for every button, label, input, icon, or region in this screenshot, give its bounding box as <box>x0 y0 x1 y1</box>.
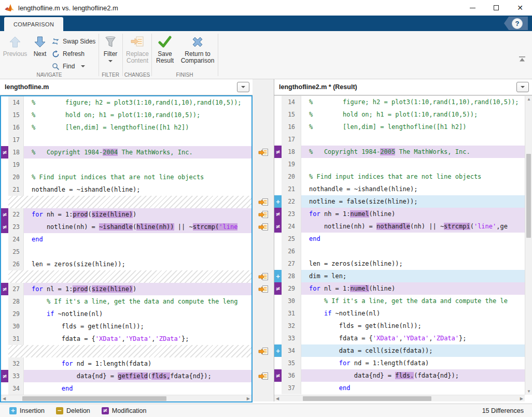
tab-comparison[interactable]: COMPARISON <box>4 17 63 31</box>
previous-button[interactable]: Previous <box>2 32 28 57</box>
code-line: ≠18% Copyright 1984-2005 The MathWorks, … <box>274 146 525 158</box>
line-number: 29 <box>8 308 24 320</box>
code-line: 16% [len,dim] = lengthofline([h1 h2]) <box>274 121 525 133</box>
scroll-up-icon[interactable]: ▲ <box>525 97 532 102</box>
refresh-button[interactable]: Refresh <box>51 48 99 60</box>
arrow-down-icon <box>33 35 47 49</box>
filter-dropdown-caret[interactable] <box>108 60 113 62</box>
scrollbar-thumb[interactable] <box>303 396 431 401</box>
marker-spacer <box>274 295 282 307</box>
maximize-button[interactable] <box>484 0 508 16</box>
line-number: 14 <box>8 96 24 109</box>
right-vertical-scrollbar[interactable]: ▲ ▼ <box>525 96 532 395</box>
merge-change-button[interactable] <box>258 198 269 207</box>
left-code-pane[interactable]: 14% figure; h2 = plot3(1:10,rand(1,10),r… <box>0 95 253 402</box>
marker-spacer <box>274 382 282 394</box>
scroll-left-icon[interactable]: ◀ <box>3 396 6 401</box>
filter-funnel-icon <box>103 35 118 49</box>
merge-change-button[interactable] <box>258 285 269 294</box>
code-line: 20% Find input indices that are not line… <box>1 171 251 183</box>
code-text: if ~notline(nl) <box>24 308 251 320</box>
code-text: for nl = 1:numel(hline) <box>301 282 525 295</box>
line-number: 31 <box>8 333 24 345</box>
scroll-right-icon[interactable]: ▶ <box>520 396 523 401</box>
modification-marker: ≠ <box>274 369 282 382</box>
deletion-legend-icon: − <box>56 407 63 414</box>
marker-spacer <box>1 134 8 146</box>
scrollbar-thumb[interactable] <box>22 396 166 401</box>
modification-marker: ≠ <box>1 370 8 382</box>
merge-change-button[interactable] <box>258 210 269 219</box>
differences-count: 15 Differences <box>482 407 524 414</box>
code-text: % Copyright 1984-2004 The MathWorks, Inc… <box>24 146 251 159</box>
code-line: 31 if ~notline(nl) <box>274 307 525 320</box>
return-to-comparison-button[interactable]: Return to Comparison <box>179 32 216 64</box>
line-number: 33 <box>8 370 24 382</box>
left-code-rows: 14% figure; h2 = plot3(1:10,rand(1,10),r… <box>1 96 251 395</box>
merge-change-button[interactable] <box>258 223 269 232</box>
code-text: notline(nh) = ~ishandle(hline(nh)) || ~s… <box>24 221 251 233</box>
code-text: nothandle = ~ishandle(hline); <box>301 183 525 195</box>
code-text <box>24 134 251 146</box>
ribbon-toolbar: Previous Next Swap Sides <box>0 31 532 79</box>
help-button[interactable]: ? <box>504 17 528 30</box>
swap-sides-button[interactable]: Swap Sides <box>51 35 99 48</box>
refresh-icon <box>51 50 60 58</box>
scroll-left-icon[interactable]: ◀ <box>276 396 279 401</box>
left-horizontal-scrollbar[interactable]: ◀ ▶ <box>1 395 251 401</box>
right-code-pane[interactable]: 14% figure; h2 = plot3(1:10,rand(1,10),r… <box>274 95 532 401</box>
scrollbar-thumb[interactable] <box>526 154 531 238</box>
merge-change-button[interactable] <box>258 272 269 281</box>
status-bar: +Insertion−Deletion≠Modification 15 Diff… <box>0 404 532 417</box>
filter-button[interactable]: Filter <box>100 32 121 62</box>
code-line: 16% [len,dim] = lengthofline([h1 h2]) <box>1 121 251 134</box>
collapse-ribbon-button[interactable] <box>519 56 526 62</box>
marker-spacer <box>274 96 282 108</box>
line-number: 22 <box>282 195 301 208</box>
marker-spacer <box>1 333 8 345</box>
code-line: 30 % If it's a line, get the data and co… <box>274 295 525 307</box>
merge-change-button[interactable] <box>258 148 269 157</box>
matlab-logo-icon <box>5 4 14 12</box>
line-number: 32 <box>8 357 24 370</box>
merge-change-button[interactable] <box>258 347 269 356</box>
line-number: 25 <box>282 233 301 245</box>
diff-placeholder-row <box>1 196 251 208</box>
hatch-pattern <box>8 270 251 283</box>
code-text: % hold on; h1 = plot(1:10,rand(10,5)); <box>301 108 525 121</box>
replace-content-button[interactable]: Replace Content <box>124 32 151 64</box>
save-result-button[interactable]: Save Result <box>153 32 177 64</box>
left-pane-menu-button[interactable] <box>237 82 249 92</box>
code-line: 29 if ~notline(nl) <box>1 308 251 320</box>
window-title: lengthofline.m vs. lengthofline2.m <box>18 4 118 12</box>
code-line: 26len = zeros(size(hline)); <box>1 258 251 270</box>
line-number: 17 <box>8 134 24 146</box>
code-line: 35 for nd = 1:length(fdata) <box>274 357 525 369</box>
right-horizontal-scrollbar[interactable]: ◀ ▶ <box>274 395 525 401</box>
minimize-button[interactable] <box>460 0 484 16</box>
code-line: 25end <box>274 233 525 245</box>
code-text: notline = false(size(hline)); <box>301 195 525 208</box>
code-text <box>301 245 525 257</box>
right-pane-menu-button[interactable] <box>516 82 529 92</box>
scroll-down-icon[interactable]: ▼ <box>525 389 532 394</box>
close-button[interactable]: ✕ <box>508 0 532 16</box>
modification-legend-icon: ≠ <box>102 407 109 414</box>
marker-spacer <box>274 233 282 245</box>
find-button[interactable]: Find <box>51 60 99 73</box>
find-dropdown-caret[interactable] <box>81 65 85 67</box>
marker-spacer <box>1 233 8 246</box>
code-line: 14% figure; h2 = plot3(1:10,rand(1,10),r… <box>1 96 251 109</box>
line-number: 21 <box>8 183 24 196</box>
merge-change-button[interactable] <box>258 372 269 381</box>
scroll-right-icon[interactable]: ▶ <box>247 396 250 401</box>
line-number: 20 <box>282 170 301 183</box>
line-number: 19 <box>8 159 24 171</box>
next-button[interactable]: Next <box>30 32 50 57</box>
code-text: if ~notline(nl) <box>301 307 525 320</box>
marker-spacer <box>1 357 8 370</box>
line-number: 34 <box>282 344 301 357</box>
modification-marker: ≠ <box>1 146 8 159</box>
marker-spacer <box>274 332 282 344</box>
marker-spacer <box>274 183 282 195</box>
